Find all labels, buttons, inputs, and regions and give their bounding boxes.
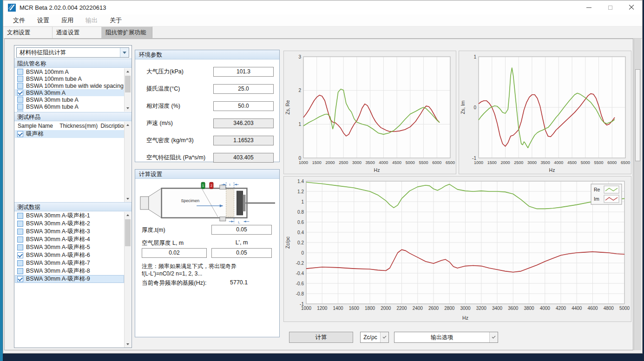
env-field-input[interactable]: 101.3 (213, 67, 274, 77)
checkbox-checked[interactable] (17, 131, 23, 137)
tube-item-label: BSWA 60mm tube A (26, 104, 79, 110)
checkbox-checked[interactable] (17, 90, 23, 96)
checkbox-unchecked[interactable] (17, 213, 23, 219)
svg-text:0: 0 (301, 250, 304, 256)
chevron-down-icon[interactable] (489, 332, 498, 342)
env-field-input[interactable]: 25.0 (213, 84, 274, 94)
microphone-2-icon: 2 (210, 182, 213, 189)
svg-text:1: 1 (473, 54, 476, 59)
chevron-down-icon[interactable] (380, 332, 388, 342)
svg-text:1000: 1000 (299, 160, 308, 165)
checkbox-checked[interactable] (17, 252, 23, 258)
scroll-up-icon[interactable] (125, 68, 131, 75)
tube-item[interactable]: BSWA 60mm tube A (15, 103, 124, 110)
tube-item[interactable]: BSWA 100mm tube with wide spacing (15, 82, 124, 89)
window-scrollbar[interactable] (634, 39, 641, 350)
tube-item-label: BSWA 100mm A (26, 69, 69, 75)
env-field-row: 声速 (m/s)346.203 (141, 118, 274, 129)
chart-zs-im: 1000150020002500300035004000450050005500… (459, 51, 631, 174)
tube-item[interactable] (15, 110, 124, 112)
svg-text:4400: 4400 (572, 306, 582, 311)
test-data-item[interactable]: BSWA 30mm A-吸声棉-9 (15, 275, 124, 283)
tube-item[interactable]: BSWA 100mm A (15, 68, 124, 75)
output-options-value: 输出选项 (394, 334, 489, 341)
env-field-input[interactable]: 50.0 (213, 101, 274, 111)
svg-text:4500: 4500 (567, 160, 577, 165)
sample-table-header: Sample NameThickness(mm)Discription (15, 122, 124, 131)
svg-text:2000: 2000 (500, 160, 510, 165)
minimize-button[interactable] (578, 0, 599, 14)
tab-3[interactable]: 阻抗管扩展功能 (102, 26, 152, 38)
tab-1[interactable]: 文档设置 (3, 26, 53, 38)
checkbox-unchecked[interactable] (17, 83, 23, 89)
calculate-button[interactable]: 计算 (289, 332, 353, 343)
tube-list-scrollbar[interactable] (124, 68, 131, 112)
calc-type-dropdown[interactable]: 材料特征阻抗计算 (16, 47, 129, 58)
menu-item-4[interactable]: 输出 (79, 15, 104, 26)
tube-item[interactable]: BSWA 30mm A (15, 89, 124, 96)
scrollbar-thumb[interactable] (635, 69, 640, 161)
tab-2[interactable]: 通道设置 (53, 26, 102, 38)
air-layer2-input[interactable]: 0.05 (211, 248, 272, 258)
checkbox-unchecked[interactable] (17, 268, 23, 274)
svg-text:Hz: Hz (374, 167, 380, 173)
sample-scrollbar[interactable] (124, 122, 131, 202)
sample-row[interactable]: 吸声棉 (15, 130, 124, 138)
air-layer-input[interactable]: 0.02 (142, 248, 207, 258)
env-field-row: 空气特征阻抗 (Pa*s/m)403.405 (141, 152, 274, 163)
svg-text:-0.6: -0.6 (296, 281, 304, 286)
minimize-icon (586, 7, 591, 8)
svg-text:Im: Im (594, 196, 599, 202)
calc-type-value: 材料特征阻抗计算 (20, 49, 66, 57)
chevron-down-icon[interactable] (120, 48, 129, 57)
menu-item-5[interactable]: 关于 (104, 15, 128, 26)
scrollbar-thumb[interactable] (125, 76, 131, 92)
checkbox-unchecked[interactable] (17, 69, 23, 75)
env-field-label: 大气压力(kPa) (141, 68, 184, 76)
checkbox-unchecked[interactable] (17, 111, 23, 112)
scroll-down-icon[interactable] (125, 341, 131, 348)
tube-item[interactable]: BSWA 100mm tube A (15, 75, 124, 82)
data-list-scrollbar[interactable] (124, 212, 131, 348)
test-data-item[interactable]: BSWA 30mm A-吸声棉-4 (15, 236, 124, 243)
checkbox-unchecked[interactable] (17, 221, 23, 227)
checkbox-unchecked[interactable] (17, 104, 23, 110)
svg-text:3: 3 (298, 54, 301, 59)
test-data-item[interactable]: BSWA 30mm A-吸声棉-3 (15, 228, 124, 236)
checkbox-unchecked[interactable] (17, 97, 23, 103)
tube-item[interactable]: BSWA 30mm tube A (15, 96, 124, 103)
scrollbar-thumb[interactable] (125, 219, 131, 246)
checkbox-checked[interactable] (17, 276, 23, 282)
menu-item-1[interactable]: 文件 (7, 15, 31, 26)
test-data-item[interactable]: BSWA 30mm A-吸声棉-5 (15, 243, 124, 251)
scroll-down-icon[interactable] (125, 196, 131, 202)
checkbox-unchecked[interactable] (17, 76, 23, 82)
thickness-input[interactable]: 0.05 (211, 225, 272, 235)
scroll-up-icon[interactable] (125, 212, 131, 218)
test-data-item[interactable]: BSWA 30mm A-吸声棉-2 (15, 220, 124, 228)
scroll-down-icon[interactable] (125, 105, 131, 112)
svg-text:4500: 4500 (392, 160, 401, 165)
svg-text:5000: 5000 (619, 306, 630, 311)
maximize-button[interactable] (599, 0, 621, 14)
svg-text:1600: 1600 (349, 306, 360, 311)
app-window: MCR Beta 2.02.0.004 20220613 文件设置应用输出关于 … (3, 0, 643, 354)
checkbox-unchecked[interactable] (17, 236, 23, 243)
menu-item-2[interactable]: 设置 (31, 15, 55, 26)
scroll-up-icon[interactable] (125, 122, 131, 128)
quantity-dropdown[interactable]: Zc/ρc (360, 332, 389, 343)
test-data-item[interactable]: BSWA 30mm A-吸声棉-6 (15, 251, 124, 259)
svg-text:2200: 2200 (396, 306, 407, 311)
svg-text:3600: 3600 (508, 306, 519, 311)
checkbox-unchecked[interactable] (17, 229, 23, 235)
menu-item-3[interactable]: 应用 (55, 15, 79, 26)
test-data-item[interactable]: BSWA 30mm A-吸声棉-1 (15, 212, 124, 220)
checkbox-unchecked[interactable] (17, 244, 23, 250)
output-options-dropdown[interactable]: 输出选项 (394, 332, 498, 343)
test-data-item[interactable]: BSWA 30mm A-吸声棉-8 (15, 267, 124, 275)
test-data-item[interactable]: BSWA 30mm A-吸声棉-7 (15, 259, 124, 267)
base-freq-label: 当前奇异频率的基频(Hz): (142, 279, 207, 287)
env-field-input: 1.16523 (213, 136, 274, 145)
checkbox-unchecked[interactable] (17, 260, 23, 266)
close-button[interactable] (621, 0, 642, 14)
